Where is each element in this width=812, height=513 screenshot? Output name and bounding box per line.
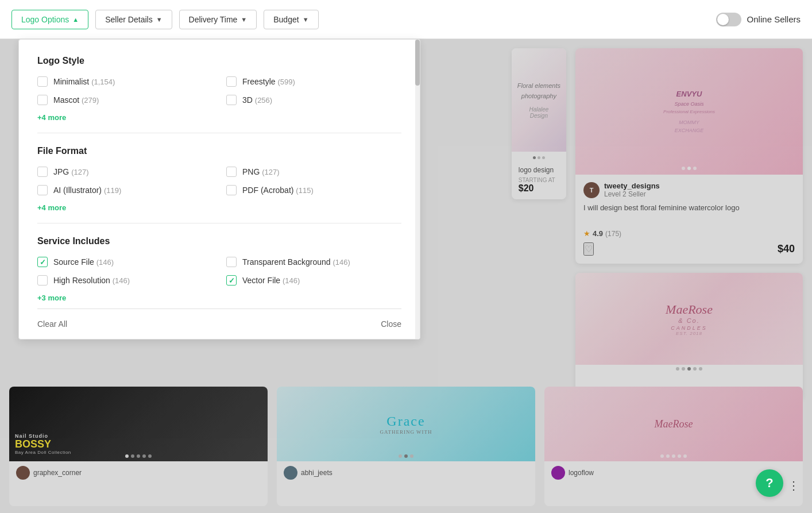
file-format-section: File Format JPG (127) PNG (127) AI (Illu… — [37, 146, 401, 213]
logo-style-section: Logo Style Minimalist (1,154) Freestyle … — [37, 56, 401, 122]
transparent-bg-checkbox[interactable] — [226, 257, 237, 267]
ai-checkbox[interactable] — [37, 185, 48, 195]
seller-details-label: Seller Details — [105, 15, 152, 24]
jpg-checkbox[interactable] — [37, 167, 48, 177]
option-jpg[interactable]: JPG (127) — [37, 167, 212, 177]
toggle-knob — [717, 14, 729, 25]
png-label: PNG (127) — [242, 167, 280, 176]
option-source-file[interactable]: Source File (146) — [37, 257, 212, 267]
option-minimalist[interactable]: Minimalist (1,154) — [37, 76, 212, 87]
transparent-bg-label: Transparent Background (146) — [242, 257, 350, 267]
file-format-title: File Format — [37, 146, 401, 156]
dropdown-footer: Clear All Close — [37, 308, 401, 339]
option-transparent-bg[interactable]: Transparent Background (146) — [226, 257, 401, 267]
scroll-track[interactable] — [415, 40, 420, 339]
file-format-options: JPG (127) PNG (127) AI (Illustrator) (11… — [37, 167, 401, 195]
logo-options-label: Logo Options — [21, 15, 69, 24]
option-pdf[interactable]: PDF (Acrobat) (115) — [226, 185, 401, 195]
divider-2 — [37, 223, 401, 223]
close-button[interactable]: Close — [381, 319, 401, 329]
delivery-time-button[interactable]: Delivery Time ▼ — [179, 10, 257, 29]
logo-style-title: Logo Style — [37, 56, 401, 66]
mascot-label: Mascot (279) — [53, 95, 99, 105]
file-format-more[interactable]: +4 more — [37, 203, 66, 212]
filter-bar: Logo Options ▲ Seller Details ▼ Delivery… — [0, 0, 812, 39]
minimalist-checkbox[interactable] — [37, 76, 48, 87]
online-sellers-toggle[interactable] — [716, 13, 741, 26]
pdf-label: PDF (Acrobat) (115) — [242, 186, 314, 195]
budget-label: Budget — [273, 15, 299, 24]
chevron-down-icon: ▼ — [303, 16, 309, 23]
logo-options-button[interactable]: Logo Options ▲ — [11, 10, 88, 29]
divider-1 — [37, 133, 401, 133]
freestyle-label: Freestyle (599) — [242, 77, 295, 86]
high-res-label: High Resolution (146) — [53, 276, 130, 285]
freestyle-checkbox[interactable] — [226, 76, 237, 87]
ai-label: AI (Illustrator) (119) — [53, 186, 121, 195]
help-button[interactable]: ? — [756, 469, 783, 497]
3d-label: 3D (256) — [242, 95, 272, 105]
pdf-checkbox[interactable] — [226, 185, 237, 195]
option-png[interactable]: PNG (127) — [226, 167, 401, 177]
option-vector-file[interactable]: Vector File (146) — [226, 275, 401, 286]
jpg-label: JPG (127) — [53, 167, 88, 176]
option-mascot[interactable]: Mascot (279) — [37, 95, 212, 105]
option-ai[interactable]: AI (Illustrator) (119) — [37, 185, 212, 195]
high-res-checkbox[interactable] — [37, 275, 48, 286]
delivery-time-label: Delivery Time — [189, 15, 238, 24]
chevron-down-icon: ▼ — [156, 16, 163, 23]
scroll-thumb[interactable] — [415, 40, 420, 86]
option-high-res[interactable]: High Resolution (146) — [37, 275, 212, 286]
logo-style-options: Minimalist (1,154) Freestyle (599) Masco… — [37, 76, 401, 105]
logo-style-more[interactable]: +4 more — [37, 113, 66, 122]
mascot-checkbox[interactable] — [37, 95, 48, 105]
online-sellers-label: Online Sellers — [747, 14, 801, 24]
seller-details-button[interactable]: Seller Details ▼ — [95, 10, 172, 29]
chevron-up-icon: ▲ — [72, 16, 79, 23]
source-file-checkbox[interactable] — [37, 257, 48, 267]
3d-checkbox[interactable] — [226, 95, 237, 105]
more-options-button[interactable]: ⋮ — [788, 479, 799, 492]
service-includes-section: Service Includes Source File (146) Trans… — [37, 236, 401, 303]
vector-file-checkbox[interactable] — [226, 275, 237, 286]
option-freestyle[interactable]: Freestyle (599) — [226, 76, 401, 87]
clear-all-button[interactable]: Clear All — [37, 319, 67, 329]
budget-button[interactable]: Budget ▼ — [264, 10, 318, 29]
minimalist-label: Minimalist (1,154) — [53, 77, 115, 86]
service-includes-title: Service Includes — [37, 236, 401, 246]
source-file-label: Source File (146) — [53, 257, 114, 267]
service-includes-options: Source File (146) Transparent Background… — [37, 257, 401, 286]
option-3d[interactable]: 3D (256) — [226, 95, 401, 105]
chevron-down-icon: ▼ — [241, 16, 247, 23]
logo-options-dropdown: Logo Style Minimalist (1,154) Freestyle … — [18, 39, 420, 340]
png-checkbox[interactable] — [226, 167, 237, 177]
vector-file-label: Vector File (146) — [242, 276, 300, 285]
service-includes-more[interactable]: +3 more — [37, 294, 66, 302]
online-sellers-wrap: Online Sellers — [716, 13, 801, 26]
